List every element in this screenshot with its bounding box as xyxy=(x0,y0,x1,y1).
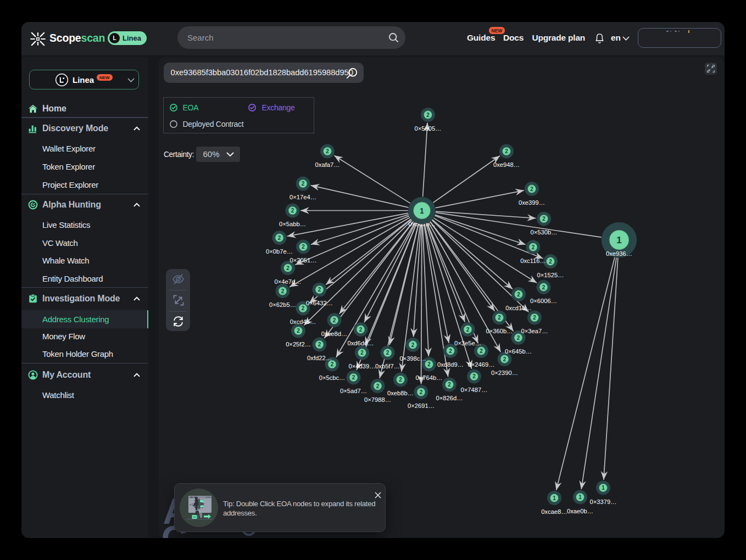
svg-text:2: 2 xyxy=(376,383,380,389)
svg-text:0×2051…: 0×2051… xyxy=(290,257,317,264)
svg-text:0×2469…: 0×2469… xyxy=(468,361,495,367)
svg-text:2: 2 xyxy=(302,305,305,311)
svg-text:0×5ad7…: 0×5ad7… xyxy=(340,388,367,394)
svg-text:0xfd22…: 0xfd22… xyxy=(307,355,332,361)
svg-text:1: 1 xyxy=(578,494,582,500)
svg-text:1: 1 xyxy=(616,235,621,245)
svg-text:2: 2 xyxy=(530,186,533,192)
svg-text:2: 2 xyxy=(318,287,321,293)
svg-text:0×6006…: 0×6006… xyxy=(530,297,557,304)
svg-text:0×25f2…: 0×25f2… xyxy=(286,341,311,348)
svg-text:0xeb8b…: 0xeb8b… xyxy=(387,390,414,396)
svg-text:0×2390…: 0×2390… xyxy=(491,369,518,376)
svg-text:0xd8d9…: 0xd8d9… xyxy=(437,361,464,367)
svg-text:0xae0b…: 0xae0b… xyxy=(567,507,593,514)
svg-text:2: 2 xyxy=(498,315,501,321)
svg-text:2: 2 xyxy=(542,216,545,222)
svg-text:0xcd45…: 0xcd45… xyxy=(290,318,316,325)
svg-text:2: 2 xyxy=(517,334,520,340)
svg-text:2: 2 xyxy=(503,356,506,362)
svg-text:2: 2 xyxy=(411,341,415,348)
svg-text:2: 2 xyxy=(427,361,431,367)
svg-text:2: 2 xyxy=(302,181,305,187)
svg-text:0×17e4…: 0×17e4… xyxy=(290,194,316,200)
svg-text:0×7988…: 0×7988… xyxy=(364,396,391,402)
svg-text:2: 2 xyxy=(297,328,300,334)
svg-text:2: 2 xyxy=(291,208,294,214)
svg-text:0×3ea7…: 0×3ea7… xyxy=(521,328,548,334)
svg-text:2: 2 xyxy=(333,317,336,323)
svg-text:0×360b…: 0×360b… xyxy=(486,328,513,334)
svg-text:2: 2 xyxy=(466,326,470,332)
svg-text:2: 2 xyxy=(532,244,535,250)
svg-text:0×764b…: 0×764b… xyxy=(416,374,443,381)
svg-text:×1: ×1 xyxy=(190,503,194,506)
svg-text:2: 2 xyxy=(533,315,536,321)
svg-text:2: 2 xyxy=(359,326,363,332)
svg-text:0xc116…: 0xc116… xyxy=(520,257,545,264)
svg-text:2: 2 xyxy=(420,389,423,395)
svg-text:0×6432…: 0×6432… xyxy=(306,300,333,306)
svg-text:0×3379…: 0×3379… xyxy=(590,498,617,505)
svg-text:0xb5f7…: 0xb5f7… xyxy=(375,363,400,369)
svg-text:0xe948…: 0xe948… xyxy=(493,161,520,168)
svg-text:0×7487…: 0×7487… xyxy=(461,387,488,393)
svg-text:2: 2 xyxy=(426,111,430,117)
svg-text:2: 2 xyxy=(448,382,451,388)
svg-text:2: 2 xyxy=(542,284,545,290)
svg-text:1: 1 xyxy=(420,206,424,215)
svg-text:2: 2 xyxy=(399,377,402,383)
svg-text:0×62b5…: 0×62b5… xyxy=(269,301,296,307)
svg-text:0×530b…: 0×530b… xyxy=(531,229,558,236)
svg-text:0×4d39…: 0×4d39… xyxy=(349,363,376,369)
svg-text:2: 2 xyxy=(281,288,285,294)
svg-text:0×0b7e…: 0×0b7e… xyxy=(266,248,293,254)
svg-text:0xe936…: 0xe936… xyxy=(606,250,632,257)
svg-text:2: 2 xyxy=(326,148,329,154)
svg-text:0xce8d…: 0xce8d… xyxy=(321,330,347,337)
svg-text:0×3e5e…: 0×3e5e… xyxy=(454,339,481,346)
svg-text:0×4e7d…: 0×4e7d… xyxy=(275,278,302,284)
svg-text:2: 2 xyxy=(480,348,483,354)
svg-text:0xcae8…: 0xcae8… xyxy=(541,508,567,515)
svg-text:0×645b…: 0×645b… xyxy=(505,348,532,354)
svg-text:2: 2 xyxy=(549,258,552,264)
svg-text:0×5a05…: 0×5a05… xyxy=(415,125,442,131)
svg-text:1: 1 xyxy=(553,495,556,501)
svg-text:2: 2 xyxy=(386,350,389,356)
svg-text:0×5abb…: 0×5abb… xyxy=(279,221,306,227)
svg-text:2: 2 xyxy=(360,350,364,356)
svg-text:2: 2 xyxy=(286,265,290,271)
svg-text:0xd6dd…: 0xd6dd… xyxy=(348,339,374,346)
svg-text:2: 2 xyxy=(331,361,334,367)
svg-text:2: 2 xyxy=(278,234,281,240)
svg-text:0xafa7…: 0xafa7… xyxy=(315,161,340,168)
svg-text:2: 2 xyxy=(472,373,476,379)
svg-text:2: 2 xyxy=(449,348,452,354)
svg-text:0×826d…: 0×826d… xyxy=(436,395,463,401)
svg-text:2: 2 xyxy=(318,341,321,348)
svg-text:2: 2 xyxy=(505,148,508,154)
svg-text:0×398c…: 0×398c… xyxy=(399,355,426,361)
svg-text:2: 2 xyxy=(352,374,355,380)
svg-text:0×1525…: 0×1525… xyxy=(537,271,564,278)
svg-text:0×2691…: 0×2691… xyxy=(408,402,435,408)
svg-text:0×5cbc…: 0×5cbc… xyxy=(319,374,346,381)
svg-text:2: 2 xyxy=(302,244,305,250)
svg-text:1: 1 xyxy=(602,485,605,491)
svg-text:2: 2 xyxy=(517,291,520,297)
svg-text:0xe399…: 0xe399… xyxy=(519,199,545,205)
svg-text:0xcd15…: 0xcd15… xyxy=(505,304,531,311)
